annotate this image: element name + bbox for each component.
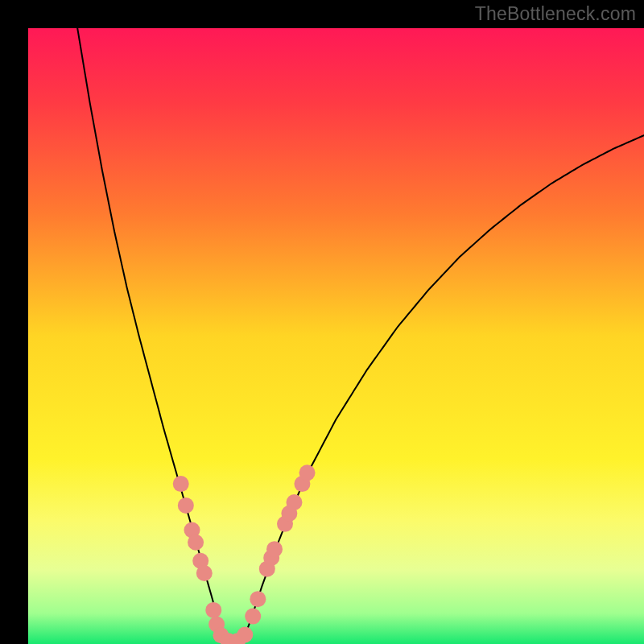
highlight-marker bbox=[196, 565, 213, 581]
highlight-marker bbox=[173, 476, 189, 492]
highlight-marker bbox=[266, 541, 283, 557]
highlight-marker bbox=[250, 591, 266, 607]
watermark-text: TheBottleneck.com bbox=[475, 3, 636, 25]
highlight-marker bbox=[245, 609, 261, 625]
highlight-marker bbox=[237, 627, 253, 643]
highlight-marker bbox=[178, 497, 194, 514]
gradient-background bbox=[28, 28, 644, 644]
highlight-marker bbox=[286, 494, 302, 510]
chart-plot-area bbox=[28, 28, 644, 644]
chart-svg bbox=[28, 28, 644, 644]
highlight-marker bbox=[205, 602, 221, 618]
highlight-marker bbox=[299, 464, 316, 481]
chart-frame: TheBottleneck.com bbox=[0, 0, 644, 644]
highlight-marker bbox=[188, 535, 204, 551]
